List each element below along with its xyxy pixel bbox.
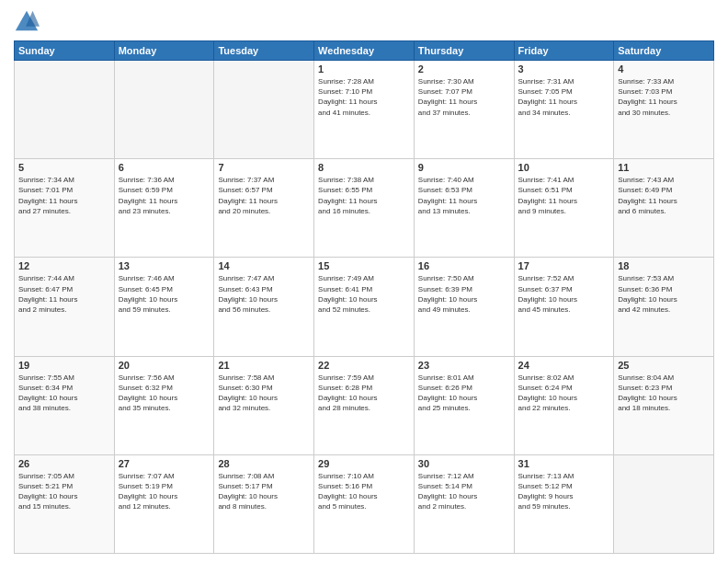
- day-number: 22: [318, 360, 410, 371]
- day-number: 10: [518, 162, 610, 173]
- day-number: 24: [518, 360, 610, 371]
- calendar-cell: 20Sunrise: 7:56 AM Sunset: 6:32 PM Dayli…: [114, 356, 214, 454]
- day-info: Sunrise: 7:52 AM Sunset: 6:37 PM Dayligh…: [518, 273, 610, 315]
- day-info: Sunrise: 7:36 AM Sunset: 6:59 PM Dayligh…: [119, 175, 210, 216]
- day-number: 17: [518, 260, 610, 271]
- calendar-cell: [614, 454, 714, 553]
- calendar-cell: 13Sunrise: 7:46 AM Sunset: 6:45 PM Dayli…: [114, 258, 214, 356]
- day-info: Sunrise: 7:41 AM Sunset: 6:51 PM Dayligh…: [518, 175, 610, 216]
- calendar-cell: 29Sunrise: 7:10 AM Sunset: 5:16 PM Dayli…: [314, 454, 415, 553]
- day-info: Sunrise: 8:02 AM Sunset: 6:24 PM Dayligh…: [518, 373, 610, 414]
- day-number: 23: [418, 360, 510, 371]
- logo: [14, 9, 43, 35]
- calendar-cell: 15Sunrise: 7:49 AM Sunset: 6:41 PM Dayli…: [314, 258, 415, 356]
- day-info: Sunrise: 7:08 AM Sunset: 5:17 PM Dayligh…: [218, 471, 310, 512]
- day-info: Sunrise: 7:50 AM Sunset: 6:39 PM Dayligh…: [418, 273, 510, 315]
- calendar-table: SundayMondayTuesdayWednesdayThursdayFrid…: [14, 40, 714, 554]
- day-number: 9: [418, 162, 510, 173]
- calendar-week-0: 1Sunrise: 7:28 AM Sunset: 7:10 PM Daylig…: [15, 61, 714, 159]
- day-number: 8: [318, 162, 410, 173]
- day-info: Sunrise: 7:10 AM Sunset: 5:16 PM Dayligh…: [318, 471, 410, 512]
- calendar-cell: 26Sunrise: 7:05 AM Sunset: 5:21 PM Dayli…: [15, 454, 115, 553]
- calendar-cell: [114, 61, 214, 159]
- day-info: Sunrise: 7:58 AM Sunset: 6:30 PM Dayligh…: [218, 373, 310, 414]
- weekday-header-friday: Friday: [514, 41, 614, 61]
- calendar-cell: 14Sunrise: 7:47 AM Sunset: 6:43 PM Dayli…: [214, 258, 314, 356]
- calendar-cell: 9Sunrise: 7:40 AM Sunset: 6:53 PM Daylig…: [414, 159, 514, 258]
- calendar-cell: 8Sunrise: 7:38 AM Sunset: 6:55 PM Daylig…: [314, 159, 415, 258]
- calendar-week-2: 12Sunrise: 7:44 AM Sunset: 6:47 PM Dayli…: [15, 258, 714, 356]
- weekday-header-thursday: Thursday: [414, 41, 514, 61]
- day-number: 18: [618, 260, 710, 271]
- day-info: Sunrise: 7:43 AM Sunset: 6:49 PM Dayligh…: [618, 175, 710, 216]
- calendar-cell: 7Sunrise: 7:37 AM Sunset: 6:57 PM Daylig…: [214, 159, 314, 258]
- calendar-cell: 16Sunrise: 7:50 AM Sunset: 6:39 PM Dayli…: [414, 258, 514, 356]
- day-number: 6: [119, 162, 210, 173]
- calendar-cell: 2Sunrise: 7:30 AM Sunset: 7:07 PM Daylig…: [414, 61, 514, 159]
- calendar-cell: 1Sunrise: 7:28 AM Sunset: 7:10 PM Daylig…: [314, 61, 415, 159]
- day-number: 31: [518, 458, 610, 469]
- calendar-cell: 28Sunrise: 7:08 AM Sunset: 5:17 PM Dayli…: [214, 454, 314, 553]
- calendar-cell: 30Sunrise: 7:12 AM Sunset: 5:14 PM Dayli…: [414, 454, 514, 553]
- calendar-week-1: 5Sunrise: 7:34 AM Sunset: 7:01 PM Daylig…: [15, 159, 714, 258]
- day-info: Sunrise: 7:34 AM Sunset: 7:01 PM Dayligh…: [18, 175, 110, 216]
- calendar-cell: 18Sunrise: 7:53 AM Sunset: 6:36 PM Dayli…: [614, 258, 714, 356]
- weekday-header-sunday: Sunday: [15, 41, 115, 61]
- day-info: Sunrise: 7:30 AM Sunset: 7:07 PM Dayligh…: [418, 76, 510, 118]
- day-info: Sunrise: 7:07 AM Sunset: 5:19 PM Dayligh…: [119, 471, 210, 512]
- day-info: Sunrise: 7:59 AM Sunset: 6:28 PM Dayligh…: [318, 373, 410, 414]
- weekday-header-monday: Monday: [114, 41, 214, 61]
- day-info: Sunrise: 7:46 AM Sunset: 6:45 PM Dayligh…: [119, 273, 210, 315]
- day-info: Sunrise: 7:37 AM Sunset: 6:57 PM Dayligh…: [218, 175, 310, 216]
- day-number: 12: [18, 260, 110, 271]
- calendar-cell: 22Sunrise: 7:59 AM Sunset: 6:28 PM Dayli…: [314, 356, 415, 454]
- day-number: 1: [318, 63, 410, 75]
- calendar-cell: 12Sunrise: 7:44 AM Sunset: 6:47 PM Dayli…: [15, 258, 115, 356]
- calendar-week-4: 26Sunrise: 7:05 AM Sunset: 5:21 PM Dayli…: [15, 454, 714, 553]
- calendar-header: SundayMondayTuesdayWednesdayThursdayFrid…: [15, 41, 714, 61]
- day-number: 5: [18, 162, 110, 173]
- calendar-body: 1Sunrise: 7:28 AM Sunset: 7:10 PM Daylig…: [15, 61, 714, 554]
- calendar-cell: 24Sunrise: 8:02 AM Sunset: 6:24 PM Dayli…: [514, 356, 614, 454]
- day-number: 4: [618, 63, 710, 75]
- page: SundayMondayTuesdayWednesdayThursdayFrid…: [0, 0, 728, 563]
- day-number: 15: [318, 260, 410, 271]
- day-number: 13: [119, 260, 210, 271]
- calendar-cell: 10Sunrise: 7:41 AM Sunset: 6:51 PM Dayli…: [514, 159, 614, 258]
- calendar-cell: 23Sunrise: 8:01 AM Sunset: 6:26 PM Dayli…: [414, 356, 514, 454]
- day-info: Sunrise: 7:44 AM Sunset: 6:47 PM Dayligh…: [18, 273, 110, 315]
- day-number: 3: [518, 63, 610, 75]
- day-info: Sunrise: 7:49 AM Sunset: 6:41 PM Dayligh…: [318, 273, 410, 315]
- day-number: 19: [18, 360, 110, 371]
- day-info: Sunrise: 7:55 AM Sunset: 6:34 PM Dayligh…: [18, 373, 110, 414]
- day-info: Sunrise: 7:47 AM Sunset: 6:43 PM Dayligh…: [218, 273, 310, 315]
- day-number: 11: [618, 162, 710, 173]
- calendar-cell: 19Sunrise: 7:55 AM Sunset: 6:34 PM Dayli…: [15, 356, 115, 454]
- header: [14, 9, 714, 35]
- calendar-cell: 11Sunrise: 7:43 AM Sunset: 6:49 PM Dayli…: [614, 159, 714, 258]
- logo-icon: [14, 9, 40, 35]
- calendar-cell: 5Sunrise: 7:34 AM Sunset: 7:01 PM Daylig…: [15, 159, 115, 258]
- day-info: Sunrise: 8:04 AM Sunset: 6:23 PM Dayligh…: [618, 373, 710, 414]
- day-info: Sunrise: 7:53 AM Sunset: 6:36 PM Dayligh…: [618, 273, 710, 315]
- day-number: 29: [318, 458, 410, 469]
- calendar-cell: [214, 61, 314, 159]
- calendar-cell: 31Sunrise: 7:13 AM Sunset: 5:12 PM Dayli…: [514, 454, 614, 553]
- day-info: Sunrise: 7:33 AM Sunset: 7:03 PM Dayligh…: [618, 76, 710, 118]
- weekday-header-tuesday: Tuesday: [214, 41, 314, 61]
- day-number: 27: [119, 458, 210, 469]
- weekday-header-saturday: Saturday: [614, 41, 714, 61]
- day-number: 2: [418, 63, 510, 75]
- calendar-cell: 6Sunrise: 7:36 AM Sunset: 6:59 PM Daylig…: [114, 159, 214, 258]
- calendar-cell: 3Sunrise: 7:31 AM Sunset: 7:05 PM Daylig…: [514, 61, 614, 159]
- day-info: Sunrise: 7:12 AM Sunset: 5:14 PM Dayligh…: [418, 471, 510, 512]
- weekday-row: SundayMondayTuesdayWednesdayThursdayFrid…: [15, 41, 714, 61]
- day-info: Sunrise: 7:13 AM Sunset: 5:12 PM Dayligh…: [518, 471, 610, 512]
- day-number: 14: [218, 260, 310, 271]
- day-number: 20: [119, 360, 210, 371]
- calendar-cell: 25Sunrise: 8:04 AM Sunset: 6:23 PM Dayli…: [614, 356, 714, 454]
- day-number: 25: [618, 360, 710, 371]
- day-number: 21: [218, 360, 310, 371]
- calendar-week-3: 19Sunrise: 7:55 AM Sunset: 6:34 PM Dayli…: [15, 356, 714, 454]
- day-info: Sunrise: 7:40 AM Sunset: 6:53 PM Dayligh…: [418, 175, 510, 216]
